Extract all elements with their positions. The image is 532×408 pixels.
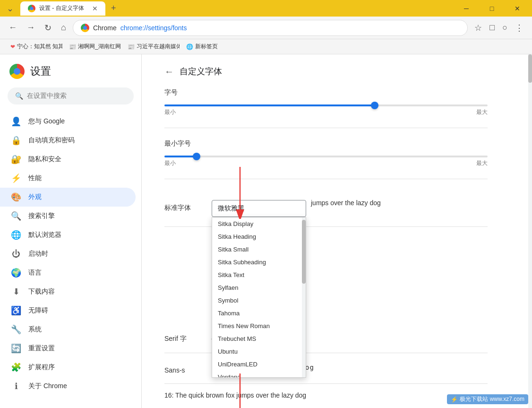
main-layout: 设置 🔍 在设置中搜索 👤 您与 Google 🔒 自动填充和密码 🔐 隐私和安… — [0, 54, 532, 408]
dropdown-item-2[interactable]: Sitka Small — [212, 243, 302, 256]
sidebar-item-12[interactable]: 🔄 重置设置 — [0, 339, 136, 358]
settings-logo — [9, 64, 25, 79]
nav-items: 👤 您与 Google 🔒 自动填充和密码 🔐 隐私和安全 ⚡ 性能 🎨 外观 … — [0, 112, 141, 396]
active-tab[interactable]: 设置 - 自定义字体 ✕ — [20, 1, 105, 16]
standard-font-select[interactable]: 微软雅黑 — [212, 200, 306, 217]
dropdown-scrollbar[interactable] — [302, 217, 306, 377]
home-button[interactable]: ⌂ — [58, 20, 69, 35]
sidebar-item-10[interactable]: ♿ 无障碍 — [0, 301, 136, 320]
sidebar-item-13[interactable]: 🧩 扩展程序 — [0, 358, 136, 377]
min-font-size-slider-labels: 最小 最大 — [164, 159, 488, 167]
watermark-logo: ⚡ — [451, 396, 458, 403]
recent-tabs-button[interactable]: ⌄ — [4, 1, 17, 16]
dropdown-item-1[interactable]: Sitka Heading — [212, 230, 302, 243]
sidebar-item-14[interactable]: ℹ 关于 Chrome — [0, 377, 136, 396]
font-size-slider-labels: 最小 最大 — [164, 108, 488, 116]
sidebar-item-2[interactable]: 🔐 隐私和安全 — [0, 150, 136, 169]
tab-label: 设置 - 自定义字体 — [39, 4, 84, 12]
dropdown-item-3[interactable]: Sitka Subheading — [212, 256, 302, 269]
nav-actions: ☆ □ ○ ⋮ — [472, 20, 526, 36]
nav-icon-1: 🔒 — [11, 136, 21, 145]
bookmark-button[interactable]: ☆ — [472, 20, 485, 36]
bookmark-label-3: 习近平在越南媒体... — [137, 43, 180, 51]
extensions-button[interactable]: □ — [487, 20, 498, 36]
bookmark-item-3[interactable]: 📰 习近平在越南媒体... — [123, 41, 180, 52]
dropdown-list[interactable]: Sitka DisplaySitka HeadingSitka SmallSit… — [212, 217, 302, 377]
font-size-min-label: 最小 — [164, 108, 176, 116]
nav-label-13: 扩展程序 — [28, 363, 55, 372]
dropdown-item-11[interactable]: UniDreamLED — [212, 358, 302, 371]
dropdown-item-5[interactable]: Sylfaen — [212, 281, 302, 294]
dropdown-item-0[interactable]: Sitka Display — [212, 217, 302, 230]
min-font-size-slider-track[interactable] — [164, 156, 488, 157]
sidebar: 设置 🔍 在设置中搜索 👤 您与 Google 🔒 自动填充和密码 🔐 隐私和安… — [0, 54, 142, 408]
bookmark-item-4[interactable]: 🌐 新标签页 — [181, 41, 223, 52]
min-font-size-section: 最小字号 最小 最大 — [164, 139, 488, 179]
min-font-size-slider-thumb[interactable] — [193, 153, 200, 160]
nav-icon-5: 🔍 — [11, 211, 21, 221]
sidebar-item-9[interactable]: ⬇ 下载内容 — [0, 282, 136, 301]
maximize-button[interactable]: □ — [481, 1, 503, 16]
close-button[interactable]: ✕ — [506, 1, 528, 16]
back-button[interactable]: ← — [6, 20, 20, 35]
nav-label-5: 搜索引擎 — [28, 212, 55, 220]
sidebar-item-8[interactable]: 🌍 语言 — [0, 263, 136, 282]
tab-close-button[interactable]: ✕ — [92, 5, 98, 12]
bottom-preview-text: 16: The quick brown fox jumps over the l… — [164, 391, 306, 399]
sidebar-item-0[interactable]: 👤 您与 Google — [0, 112, 136, 131]
dropdown-item-8[interactable]: Times New Roman — [212, 320, 302, 332]
dropdown-item-9[interactable]: Trebuchet MS — [212, 332, 302, 345]
settings-header: 设置 — [0, 54, 141, 84]
font-size-slider-track[interactable] — [164, 104, 488, 106]
font-size-slider-fill — [164, 104, 375, 106]
nav-label-1: 自动填充和密码 — [28, 136, 75, 145]
sidebar-item-6[interactable]: 🌐 默认浏览器 — [0, 226, 136, 244]
chrome-logo-icon — [81, 24, 89, 32]
address-url: chrome://settings/fonts — [120, 24, 187, 32]
min-font-size-slider-wrapper: 最小 最大 — [164, 156, 488, 167]
serif-label: Serif 字 — [164, 331, 212, 343]
sidebar-item-7[interactable]: ⏻ 启动时 — [0, 244, 136, 263]
sidebar-item-4[interactable]: 🎨 外观 — [0, 188, 136, 207]
standard-font-select-wrapper: 微软雅黑 Sitka DisplaySitka HeadingSitka Sma… — [212, 200, 306, 217]
standard-font-value: 微软雅黑 — [218, 204, 244, 213]
new-tab-button[interactable]: + — [107, 1, 120, 15]
nav-label-14: 关于 Chrome — [28, 382, 67, 391]
sidebar-item-3[interactable]: ⚡ 性能 — [0, 169, 136, 188]
refresh-button[interactable]: ↻ — [42, 20, 54, 36]
standard-font-preview: jumps over the lazy dog — [311, 198, 381, 208]
nav-label-10: 无障碍 — [28, 306, 48, 315]
bookmark-favicon-4: 🌐 — [186, 43, 193, 50]
sidebar-item-5[interactable]: 🔍 搜索引擎 — [0, 207, 136, 226]
address-bar[interactable]: Chrome chrome://settings/fonts — [73, 20, 468, 36]
watermark: ⚡ 极光下载站 www.xz7.com — [447, 394, 528, 404]
nav-icon-4: 🎨 — [11, 192, 21, 202]
bookmarks-bar: ❤ 宁心：知其然 知其... 📰 湘啊网_湖南红网 📰 习近平在越南媒体... … — [0, 39, 532, 54]
page-title: 自定义字体 — [180, 66, 222, 77]
settings-search-bar[interactable]: 🔍 在设置中搜索 — [8, 87, 134, 104]
bookmark-label-4: 新标签页 — [195, 43, 218, 51]
address-brand: Chrome — [93, 24, 117, 32]
dropdown-item-12[interactable]: Verdana — [212, 371, 302, 377]
forward-button[interactable]: → — [24, 20, 38, 35]
nav-icon-8: 🌍 — [11, 268, 21, 278]
dropdown-item-7[interactable]: Tahoma — [212, 307, 302, 320]
sidebar-item-1[interactable]: 🔒 自动填充和密码 — [0, 131, 136, 150]
scrollbar-track[interactable] — [528, 54, 532, 408]
back-button-content[interactable]: ← — [164, 66, 174, 77]
bookmark-favicon-3: 📰 — [128, 43, 135, 50]
search-icon: 🔍 — [15, 92, 23, 100]
profile-button[interactable]: ○ — [499, 20, 510, 36]
scrollbar-thumb[interactable] — [528, 54, 532, 83]
dropdown-item-4[interactable]: Sitka Text — [212, 269, 302, 281]
dropdown-item-10[interactable]: Ubuntu — [212, 345, 302, 358]
minimize-button[interactable]: ─ — [455, 1, 477, 16]
bookmark-item-2[interactable]: 📰 湘啊网_湖南红网 — [64, 41, 121, 52]
nav-label-0: 您与 Google — [28, 117, 65, 126]
menu-button[interactable]: ⋮ — [512, 20, 526, 36]
dropdown-item-6[interactable]: Symbol — [212, 294, 302, 307]
font-size-slider-thumb[interactable] — [371, 102, 378, 109]
dropdown-scrollbar-thumb — [302, 220, 306, 284]
sidebar-item-11[interactable]: 🔧 系统 — [0, 320, 136, 339]
bookmark-item-1[interactable]: ❤ 宁心：知其然 知其... — [6, 41, 62, 52]
